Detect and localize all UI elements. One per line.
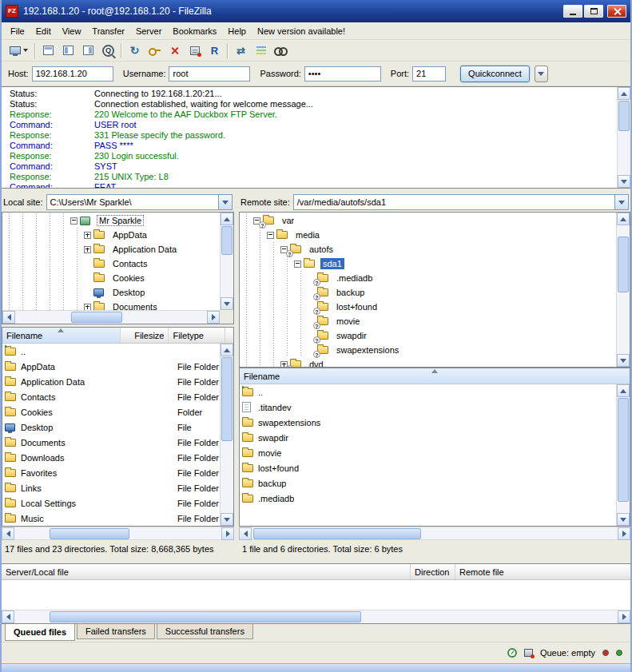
menu-file[interactable]: File	[5, 24, 30, 38]
tree-item-appdata[interactable]: AppData	[2, 228, 220, 242]
file-row[interactable]: Music File Folder	[2, 511, 220, 526]
local-file-list[interactable]: Filename Filesize Filetype .. AppData Fi…	[2, 327, 234, 527]
scrollbar-thumb[interactable]	[71, 312, 122, 323]
horizontal-splitter[interactable]	[2, 557, 630, 563]
menu-bookmarks[interactable]: Bookmarks	[167, 24, 222, 38]
disconnect-button[interactable]	[185, 42, 205, 59]
scroll-down-button[interactable]	[221, 297, 233, 310]
column-header-filename[interactable]: Filename	[2, 328, 121, 343]
combo-dropdown-button[interactable]	[218, 195, 232, 209]
encryption-status-icon[interactable]	[524, 649, 533, 657]
menu-help[interactable]: Help	[222, 24, 252, 38]
port-input[interactable]	[412, 66, 446, 82]
column-header-remote-file[interactable]: Remote file	[455, 564, 630, 579]
tree-item-backup[interactable]: backup	[240, 285, 616, 300]
scroll-left-button[interactable]	[239, 527, 252, 540]
local-horizontal-scrollbar[interactable]	[2, 527, 234, 540]
tab-successful-transfers[interactable]: Successful transfers	[157, 624, 253, 639]
remote-directory-tree[interactable]: var media autofs	[239, 212, 630, 368]
tree-item-media[interactable]: media	[240, 228, 616, 242]
tree-item-sda1[interactable]: sda1	[240, 256, 616, 271]
file-row-up[interactable]: ..	[2, 344, 220, 359]
scroll-up-button[interactable]	[221, 213, 233, 225]
tab-queued-files[interactable]: Queued files	[5, 624, 75, 641]
file-row[interactable]: AppData File Folder	[2, 359, 220, 374]
file-row[interactable]: Application Data File Folder	[2, 374, 220, 389]
scroll-down-button[interactable]	[617, 513, 630, 526]
column-header-direction[interactable]: Direction	[411, 564, 455, 579]
scrollbar-thumb[interactable]	[221, 226, 233, 255]
collapse-icon[interactable]	[294, 260, 301, 268]
file-row[interactable]: .titandev	[240, 400, 616, 415]
minimize-button[interactable]	[563, 5, 582, 18]
file-row[interactable]: swapdir	[240, 430, 616, 445]
refresh-button[interactable]: ↻	[125, 42, 145, 59]
directory-comparison-button[interactable]	[251, 42, 271, 59]
file-row-up[interactable]: ..	[240, 384, 616, 400]
remote-path-combo[interactable]: /var/media/autofs/sda1	[293, 194, 629, 210]
tree-item-var[interactable]: var	[240, 213, 616, 228]
file-row[interactable]: .mediadb	[240, 491, 616, 506]
log-vertical-scrollbar[interactable]	[617, 87, 630, 188]
file-row[interactable]: swapextensions	[240, 415, 616, 430]
reconnect-button[interactable]: R	[205, 42, 225, 59]
column-header-filetype[interactable]: Filetype	[169, 328, 225, 343]
filename-filters-button[interactable]: Q	[98, 42, 118, 59]
file-row[interactable]: Links File Folder	[2, 480, 220, 495]
expand-icon[interactable]	[84, 246, 91, 253]
tree-item-mr-sparkle[interactable]: Mr Sparkle	[2, 213, 220, 228]
scrollbar-thumb[interactable]	[618, 398, 629, 502]
collapse-icon[interactable]	[70, 217, 78, 225]
combo-dropdown-button[interactable]	[614, 195, 628, 209]
local-tree-horizontal-scrollbar[interactable]	[2, 310, 220, 324]
scroll-left-button[interactable]	[2, 527, 14, 540]
maximize-button[interactable]	[584, 5, 603, 18]
local-directory-tree[interactable]: Mr Sparkle AppData Application Data	[2, 212, 234, 324]
tree-item-lost-found[interactable]: lost+found	[240, 300, 616, 314]
tree-item-movie[interactable]: movie	[240, 314, 616, 328]
remote-horizontal-scrollbar[interactable]	[239, 527, 630, 540]
tree-item-autofs[interactable]: autofs	[240, 242, 616, 256]
local-list-vertical-scrollbar[interactable]	[220, 344, 233, 526]
tab-failed-transfers[interactable]: Failed transfers	[77, 624, 155, 639]
remote-file-list[interactable]: Filename .. .titandev swapextensions swa…	[239, 368, 630, 527]
tree-item-contacts[interactable]: Contacts	[2, 256, 220, 271]
tree-item-cookies[interactable]: Cookies	[2, 271, 220, 285]
tree-item-mediadb[interactable]: .mediadb	[240, 271, 616, 285]
username-input[interactable]	[169, 66, 250, 82]
tree-item-documents[interactable]: Documents	[2, 300, 220, 310]
cancel-operation-button[interactable]	[165, 42, 185, 59]
scroll-down-button[interactable]	[618, 175, 630, 188]
scroll-up-button[interactable]	[221, 344, 233, 356]
tree-item-dvd[interactable]: dvd	[240, 357, 616, 367]
menu-edit[interactable]: Edit	[30, 24, 57, 38]
tree-item-swapextensions[interactable]: swapextensions	[240, 343, 616, 357]
local-tree-vertical-scrollbar[interactable]	[220, 213, 233, 310]
file-row[interactable]: Desktop File	[2, 420, 220, 435]
scroll-up-button[interactable]	[618, 87, 630, 100]
tree-item-application-data[interactable]: Application Data	[2, 242, 220, 256]
local-path-combo[interactable]: C:\Users\Mr Sparkle\	[46, 194, 233, 210]
scroll-up-button[interactable]	[617, 213, 630, 225]
synchronized-browsing-button[interactable]: ⇄	[231, 42, 251, 59]
scroll-right-button[interactable]	[207, 311, 220, 324]
speed-limit-icon[interactable]	[507, 648, 517, 658]
scroll-left-button[interactable]	[2, 311, 15, 324]
transfer-queue[interactable]: Server/Local file Direction Remote file	[2, 563, 630, 624]
file-row[interactable]: Downloads File Folder	[2, 450, 220, 465]
remote-tree-vertical-scrollbar[interactable]	[616, 213, 630, 367]
scrollbar-thumb[interactable]	[50, 528, 129, 539]
file-row[interactable]: Local Settings File Folder	[2, 495, 220, 511]
expand-icon[interactable]	[84, 304, 91, 311]
file-row[interactable]: movie	[240, 445, 616, 460]
scroll-down-button[interactable]	[221, 513, 233, 526]
file-row[interactable]: backup	[240, 475, 616, 491]
column-header-filename[interactable]: Filename	[240, 368, 630, 384]
menu-new-version[interactable]: New version available!	[252, 24, 351, 38]
process-queue-button[interactable]	[145, 42, 165, 59]
file-row[interactable]: lost+found	[240, 460, 616, 475]
site-manager-button[interactable]	[5, 42, 32, 59]
scroll-right-button[interactable]	[221, 527, 234, 540]
tree-item-swapdir[interactable]: swapdir	[240, 328, 616, 343]
collapse-icon[interactable]	[267, 232, 274, 239]
